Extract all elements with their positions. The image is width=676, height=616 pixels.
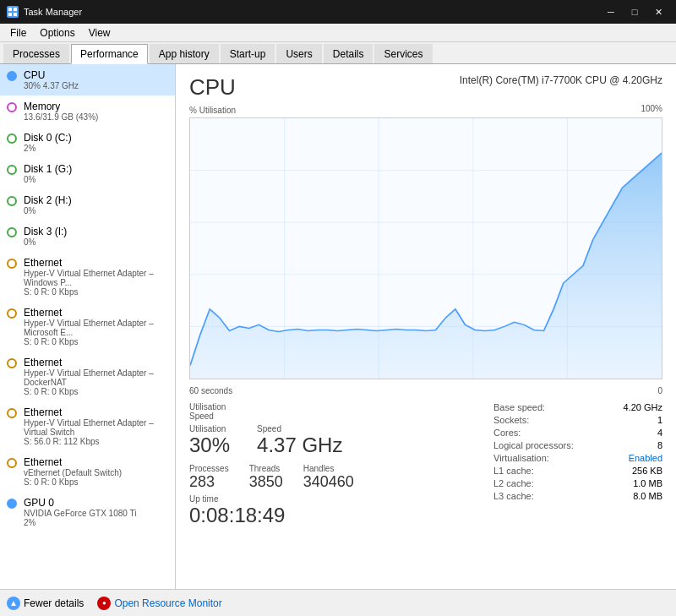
memory-text: Memory 13.6/31.9 GB (43%) <box>24 101 168 122</box>
tab-services[interactable]: Services <box>374 44 432 63</box>
eth4-subtitle2: S: 56.0 R: 112 Kbps <box>24 437 168 446</box>
stat-utilisation-label: Utilisation <box>189 402 226 412</box>
cpu-panel-title: CPU <box>189 74 236 101</box>
cpu-chart-svg <box>190 118 662 379</box>
svg-rect-3 <box>14 13 17 16</box>
info-row-logical: Logical processors: 8 <box>493 440 662 450</box>
svg-rect-1 <box>14 8 17 11</box>
stats-row-values: Utilisation 30% Speed 4.37 GHz <box>189 424 493 457</box>
fewer-details-button[interactable]: ▲ Fewer details <box>7 597 84 610</box>
gpu0-text: GPU 0 NVIDIA GeForce GTX 1080 Ti 2% <box>24 497 168 527</box>
tab-bar: Processes Performance App history Start-… <box>0 42 676 64</box>
stat-threads-block: Threads 3850 <box>249 464 283 491</box>
menu-file[interactable]: File <box>3 24 33 41</box>
sidebar-item-disk3[interactable]: Disk 3 (I:) 0% <box>0 221 175 252</box>
stats-row-1: Utilisation Speed <box>189 402 493 421</box>
menu-view[interactable]: View <box>82 24 117 41</box>
maximize-button[interactable]: □ <box>624 3 646 20</box>
info-row-sockets: Sockets: 1 <box>493 415 662 425</box>
disk3-title: Disk 3 (I:) <box>24 226 168 237</box>
disk1-title: Disk 1 (G:) <box>24 163 168 175</box>
sidebar-item-disk1[interactable]: Disk 1 (G:) 0% <box>0 158 175 189</box>
sidebar-item-disk2[interactable]: Disk 2 (H:) 0% <box>0 189 175 221</box>
eth5-subtitle: vEthernet (Default Switch) <box>24 468 168 477</box>
cpu-detail-panel: CPU Intel(R) Core(TM) i7-7700K CPU @ 4.2… <box>176 64 676 589</box>
eth2-indicator <box>7 308 17 319</box>
cores-label: Cores: <box>493 428 521 438</box>
sockets-value: 1 <box>657 415 662 425</box>
minimize-button[interactable]: ─ <box>600 3 622 20</box>
l3-value: 8.0 MB <box>633 491 662 501</box>
stat-speed-label: Speed <box>189 412 226 421</box>
tab-app-history[interactable]: App history <box>150 44 219 63</box>
sidebar-item-eth2[interactable]: Ethernet Hyper-V Virtual Ethernet Adapte… <box>0 302 175 352</box>
chart-y-max: 100% <box>641 104 662 113</box>
info-row-cores: Cores: 4 <box>493 428 662 438</box>
tab-users[interactable]: Users <box>276 44 321 63</box>
virt-label: Virtualisation: <box>493 453 549 463</box>
disk2-subtitle: 0% <box>24 206 168 215</box>
info-row-l3: L3 cache: 8.0 MB <box>493 491 662 501</box>
chart-x-left: 60 seconds <box>189 386 232 395</box>
disk3-text: Disk 3 (I:) 0% <box>24 226 168 247</box>
cpu-chart-area <box>189 117 662 379</box>
l2-value: 1.0 MB <box>633 478 662 488</box>
disk2-indicator <box>7 196 17 206</box>
sidebar-item-cpu[interactable]: CPU 30% 4.37 GHz <box>0 64 175 95</box>
info-row-l2: L2 cache: 1.0 MB <box>493 478 662 488</box>
l1-value: 256 KB <box>632 466 662 476</box>
tab-details[interactable]: Details <box>324 44 373 63</box>
cpu-subtitle: 30% 4.37 GHz <box>24 81 168 90</box>
memory-title: Memory <box>24 101 168 112</box>
gpu0-indicator <box>7 499 17 509</box>
sidebar-item-disk0[interactable]: Disk 0 (C:) 2% <box>0 127 175 158</box>
virt-value: Enabled <box>629 453 662 463</box>
window-controls: ─ □ ✕ <box>600 3 669 20</box>
tab-performance[interactable]: Performance <box>71 44 148 64</box>
sidebar-item-memory[interactable]: Memory 13.6/31.9 GB (43%) <box>0 95 175 127</box>
main-content: CPU 30% 4.37 GHz Memory 13.6/31.9 GB (43… <box>0 64 676 589</box>
stat-uptime-block: Up time 0:08:18:49 <box>189 494 493 527</box>
cores-value: 4 <box>657 428 662 438</box>
sidebar-item-gpu0[interactable]: GPU 0 NVIDIA GeForce GTX 1080 Ti 2% <box>0 492 175 532</box>
app-icon <box>7 6 19 18</box>
sidebar-item-eth3[interactable]: Ethernet Hyper-V Virtual Ethernet Adapte… <box>0 352 175 401</box>
cpu-info-panel: Base speed: 4.20 GHz Sockets: 1 Cores: 4… <box>493 402 662 527</box>
eth3-subtitle2: S: 0 R: 0 Kbps <box>24 387 168 396</box>
eth1-text: Ethernet Hyper-V Virtual Ethernet Adapte… <box>24 257 168 297</box>
eth2-text: Ethernet Hyper-V Virtual Ethernet Adapte… <box>24 307 168 346</box>
basespeed-label: Base speed: <box>493 402 545 412</box>
open-resource-monitor-button[interactable]: ● Open Resource Monitor <box>97 597 221 610</box>
stat-processes-block: Processes 283 <box>189 464 229 491</box>
stat-speed-block: Speed 4.37 GHz <box>257 424 342 457</box>
eth3-text: Ethernet Hyper-V Virtual Ethernet Adapte… <box>24 357 168 396</box>
menu-bar: File Options View <box>0 24 676 42</box>
l2-label: L2 cache: <box>493 478 534 488</box>
svg-rect-2 <box>8 13 12 16</box>
menu-options[interactable]: Options <box>33 24 81 41</box>
gpu0-subtitle2: 2% <box>24 518 168 527</box>
gpu0-subtitle: NVIDIA GeForce GTX 1080 Ti <box>24 509 168 518</box>
threads-label: Threads <box>249 464 283 473</box>
disk2-text: Disk 2 (H:) 0% <box>24 194 168 215</box>
basespeed-value: 4.20 GHz <box>624 402 662 412</box>
sidebar-item-eth4[interactable]: Ethernet Hyper-V Virtual Ethernet Adapte… <box>0 401 175 451</box>
chart-y-label: % Utilisation <box>189 106 236 115</box>
eth2-subtitle: Hyper-V Virtual Ethernet Adapter – Micro… <box>24 319 168 337</box>
info-row-basespeed: Base speed: 4.20 GHz <box>493 402 662 412</box>
l3-label: L3 cache: <box>493 491 534 501</box>
sidebar-item-eth1[interactable]: Ethernet Hyper-V Virtual Ethernet Adapte… <box>0 252 175 302</box>
eth2-subtitle2: S: 0 R: 0 Kbps <box>24 337 168 346</box>
cpu-title: CPU <box>24 69 168 81</box>
threads-value: 3850 <box>249 473 283 491</box>
uptime-label: Up time <box>189 494 493 504</box>
sidebar-item-eth5[interactable]: Ethernet vEthernet (Default Switch) S: 0… <box>0 451 175 492</box>
processes-value: 283 <box>189 473 229 491</box>
tab-startup[interactable]: Start-up <box>221 44 275 63</box>
close-button[interactable]: ✕ <box>647 3 669 20</box>
eth1-title: Ethernet <box>24 257 168 269</box>
logical-value: 8 <box>657 440 662 450</box>
tab-processes[interactable]: Processes <box>3 44 69 63</box>
handles-label: Handles <box>303 464 354 473</box>
fewer-details-label: Fewer details <box>24 597 84 609</box>
